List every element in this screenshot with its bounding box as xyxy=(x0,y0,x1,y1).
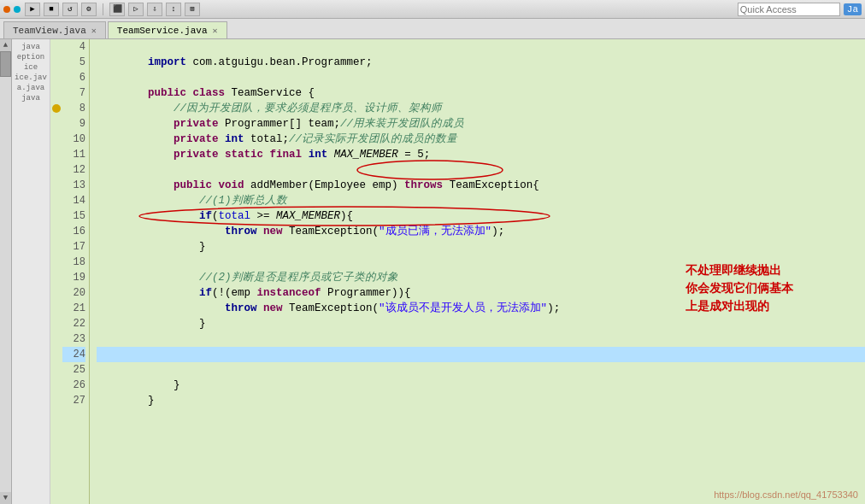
toolbar-btn-7[interactable]: ⇩ xyxy=(147,3,162,16)
toolbar-btn-3[interactable]: ↺ xyxy=(62,3,78,16)
annotation-line-1: 不处理即继续抛出 xyxy=(686,261,856,279)
toolbar: ▶ ■ ↺ ⚙ ⬛ ▷ ⇩ ↕ ⊞ Ja xyxy=(0,0,865,19)
code-content[interactable]: import com.atguigu.bean.Programmer; publ… xyxy=(90,39,865,504)
ln-21: 21 xyxy=(62,301,85,316)
code-line-11 xyxy=(97,147,865,162)
ln-7: 7 xyxy=(62,85,85,101)
code-line-4: import com.atguigu.bean.Programmer; xyxy=(97,39,865,55)
ln-11: 11 xyxy=(62,147,85,162)
gutter-7 xyxy=(50,85,62,101)
toolbar-sep xyxy=(103,3,103,15)
gutter-area xyxy=(50,39,62,504)
annotation-line-3: 上是成对出现的 xyxy=(686,297,856,315)
watermark: https://blog.csdn.net/qq_41753340 xyxy=(714,487,858,502)
code-line-16: } xyxy=(97,224,865,239)
code-line-6: public class TeamService { xyxy=(97,70,865,85)
throw-circle-15-svg xyxy=(97,207,695,226)
sidebar-item-a-java[interactable]: a.java xyxy=(15,84,47,92)
dot-cyan xyxy=(14,6,21,13)
tab-teamview[interactable]: TeamView.java ✕ xyxy=(3,21,106,38)
ln-23: 23 xyxy=(62,331,85,347)
code-line-17 xyxy=(97,239,865,255)
ln-5: 5 xyxy=(62,55,85,70)
ln-13: 13 xyxy=(62,178,85,193)
toolbar-btn-9[interactable]: ⊞ xyxy=(185,3,200,16)
gutter-10 xyxy=(50,132,62,147)
code-line-12: public void addMember(Employee emp) thro… xyxy=(97,162,865,178)
ln-4: 4 xyxy=(62,39,85,55)
code-line-23: //(3)判断状态 xyxy=(97,331,865,347)
code-line-27 xyxy=(97,393,865,408)
svg-point-0 xyxy=(357,161,503,179)
line-numbers: 4 5 6 7 8 9 10 11 12 13 14 15 16 17 18 1… xyxy=(62,39,90,504)
quick-access-input[interactable] xyxy=(738,3,840,16)
toolbar-btn-8[interactable]: ↕ xyxy=(166,3,181,16)
tab-bar: TeamView.java ✕ TeamService.java ✕ xyxy=(0,19,865,39)
ln-12: 12 xyxy=(62,162,85,178)
main-area: ▲ ▼ java eption ice ice.jav a.java java xyxy=(0,39,865,504)
ln-9: 9 xyxy=(62,116,85,132)
ln-18: 18 xyxy=(62,255,85,270)
java-icon-label: Ja xyxy=(844,3,862,15)
ln-17: 17 xyxy=(62,239,85,255)
scroll-thumb[interactable] xyxy=(0,51,11,77)
ln-24: 24 xyxy=(62,347,85,362)
ln-19: 19 xyxy=(62,270,85,285)
code-line-10: private static final int MAX_MEMBER = 5; xyxy=(97,132,865,147)
left-sidebar: java eption ice ice.jav a.java java xyxy=(12,39,50,504)
scroll-up-arrow[interactable]: ▲ xyxy=(0,39,11,51)
toolbar-btn-4[interactable]: ⚙ xyxy=(81,3,97,16)
svg-point-1 xyxy=(139,207,550,226)
sidebar-item-java2[interactable]: java xyxy=(15,94,47,103)
ln-15: 15 xyxy=(62,208,85,224)
ln-8: 8 xyxy=(62,101,85,116)
tab-teamservice[interactable]: TeamService.java ✕ xyxy=(108,21,227,38)
ln-26: 26 xyxy=(62,378,85,393)
sidebar-item-java1[interactable]: java xyxy=(15,43,47,51)
tab-teamview-label: TeamView.java xyxy=(13,26,86,36)
sidebar-icons-list: java eption ice ice.jav a.java java xyxy=(12,39,50,103)
code-line-22 xyxy=(97,316,865,331)
far-left-bar: ▲ ▼ xyxy=(0,39,12,504)
ln-10: 10 xyxy=(62,132,85,147)
annotation-box: 不处理即继续抛出 你会发现它们俩基本 上是成对出现的 xyxy=(686,261,856,315)
code-line-24 xyxy=(97,347,865,362)
sidebar-item-service-jav[interactable]: ice.jav xyxy=(15,73,47,82)
toolbar-btn-2[interactable]: ■ xyxy=(44,3,59,16)
annotation-line-2: 你会发现它们俩基本 xyxy=(686,279,856,297)
gutter-9 xyxy=(50,116,62,132)
throws-circle-svg xyxy=(97,161,695,179)
dot-orange xyxy=(3,6,10,13)
code-line-25: } xyxy=(97,362,865,378)
code-line-26: } xyxy=(97,378,865,393)
ln-16: 16 xyxy=(62,224,85,239)
breakpoint-8 xyxy=(52,104,61,113)
scroll-track[interactable] xyxy=(0,51,11,492)
ln-6: 6 xyxy=(62,70,85,85)
sidebar-item-service[interactable]: ice xyxy=(15,63,47,72)
tab-teamservice-close[interactable]: ✕ xyxy=(212,26,217,36)
code-line-13: //(1)判断总人数 xyxy=(97,178,865,193)
gutter-12 xyxy=(50,162,62,178)
gutter-11 xyxy=(50,147,62,162)
scroll-down-arrow[interactable]: ▼ xyxy=(0,492,11,504)
code-line-8: private Programmer[] team;//用来装开发团队的成员 xyxy=(97,101,865,116)
tab-teamview-close[interactable]: ✕ xyxy=(91,26,97,36)
code-line-7: //因为开发团队，要求必须是程序员、设计师、架构师 xyxy=(97,85,865,101)
code-line-9: private int total;//记录实际开发团队的成员的数量 xyxy=(97,116,865,132)
gutter-4 xyxy=(50,39,62,55)
toolbar-btn-6[interactable]: ▷ xyxy=(128,3,144,16)
editor-area: 4 5 6 7 8 9 10 11 12 13 14 15 16 17 18 1… xyxy=(50,39,865,504)
gutter-8-icon xyxy=(50,101,62,116)
toolbar-btn-1[interactable]: ▶ xyxy=(25,3,40,16)
toolbar-btn-5[interactable]: ⬛ xyxy=(109,3,125,16)
sidebar-item-exception[interactable]: eption xyxy=(15,53,47,62)
ln-25: 25 xyxy=(62,362,85,378)
ln-20: 20 xyxy=(62,285,85,301)
toolbar-icons: ▶ ■ ↺ ⚙ ⬛ ▷ ⇩ ↕ ⊞ xyxy=(3,3,201,16)
ln-14: 14 xyxy=(62,193,85,208)
quick-access-area: Ja xyxy=(738,3,862,16)
code-line-15: throw new TeamException("成员已满，无法添加"); xyxy=(97,208,865,224)
code-line-5 xyxy=(97,55,865,70)
tab-teamservice-label: TeamService.java xyxy=(117,26,208,36)
